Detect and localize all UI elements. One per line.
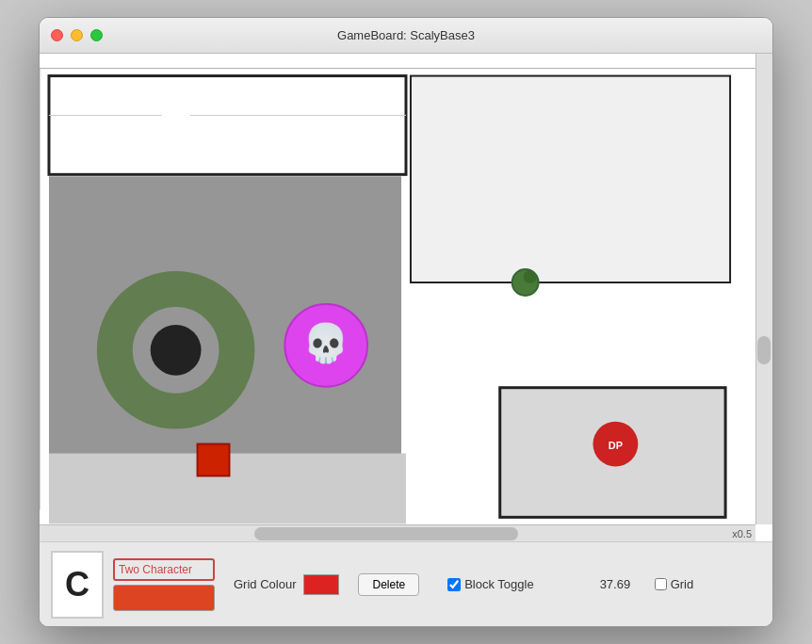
close-button[interactable]: [51, 29, 63, 41]
svg-rect-4: [49, 176, 401, 505]
value-display: 37.69: [600, 577, 638, 591]
svg-point-13: [512, 269, 539, 296]
canvas-area[interactable]: 💀 DP: [40, 54, 772, 541]
svg-point-9: [151, 325, 202, 376]
svg-point-10: [284, 304, 367, 387]
canvas-viewport: 💀 DP: [40, 54, 755, 524]
block-toggle-label[interactable]: Block Toggle: [464, 577, 533, 591]
svg-rect-12: [198, 444, 230, 476]
grid-checkbox[interactable]: [655, 578, 667, 590]
svg-rect-6: [500, 388, 725, 518]
toolbar: C Grid Colour Delete Block Toggle 37.69: [40, 541, 772, 626]
title-bar: GameBoard: ScalyBase3: [40, 18, 772, 54]
char-info: [113, 558, 215, 611]
scale-label: x0.5: [732, 528, 752, 539]
window-title: GameBoard: ScalyBase3: [337, 28, 475, 42]
delete-button[interactable]: Delete: [358, 573, 419, 596]
svg-text:💀: 💀: [302, 321, 349, 365]
char-color-swatch[interactable]: [113, 585, 215, 611]
svg-point-14: [524, 270, 537, 283]
vertical-scrollbar[interactable]: [755, 54, 772, 524]
grid-colour-label: Grid Colour: [234, 577, 296, 591]
main-content: 💀 DP: [40, 54, 772, 626]
level-svg: 💀 DP: [40, 54, 755, 524]
window-controls: [51, 29, 103, 41]
char-display-box: C: [51, 551, 104, 619]
vertical-scrollbar-thumb[interactable]: [757, 336, 771, 364]
svg-rect-7: [49, 454, 406, 524]
maximize-button[interactable]: [90, 29, 103, 41]
svg-text:DP: DP: [609, 440, 623, 451]
grid-check-area: Grid: [655, 577, 694, 591]
block-toggle-area: Block Toggle: [447, 577, 533, 591]
svg-rect-5: [411, 76, 730, 282]
horizontal-scrollbar[interactable]: [40, 524, 755, 541]
game-canvas: 💀 DP: [40, 54, 755, 524]
horizontal-scrollbar-thumb[interactable]: [254, 527, 518, 540]
svg-point-15: [593, 422, 638, 467]
svg-rect-3: [49, 176, 401, 505]
grid-colour-swatch[interactable]: [303, 574, 339, 595]
grid-colour-section: Grid Colour: [234, 574, 339, 595]
svg-rect-0: [49, 76, 406, 175]
char-letter: C: [65, 565, 89, 604]
block-toggle-checkbox[interactable]: [447, 578, 461, 591]
char-name-input[interactable]: [113, 558, 215, 581]
main-window: GameBoard: ScalyBase3: [39, 17, 773, 627]
grid-label[interactable]: Grid: [671, 577, 694, 591]
minimize-button[interactable]: [71, 29, 83, 41]
svg-point-8: [115, 289, 237, 411]
